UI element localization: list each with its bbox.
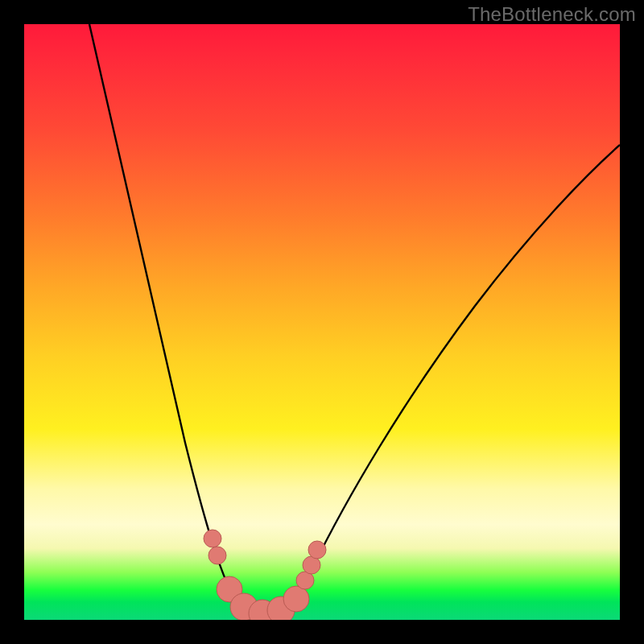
curve-layer	[24, 24, 620, 620]
plot-area	[24, 24, 620, 620]
bottleneck-curve	[89, 24, 620, 618]
bead-marker	[204, 530, 221, 547]
bead-marker	[308, 541, 326, 559]
bead-marker	[283, 586, 309, 612]
outer-frame: TheBottleneck.com	[0, 0, 644, 644]
watermark-text: TheBottleneck.com	[468, 3, 636, 26]
bead-marker	[208, 547, 226, 564]
bead-markers-group	[204, 530, 326, 620]
